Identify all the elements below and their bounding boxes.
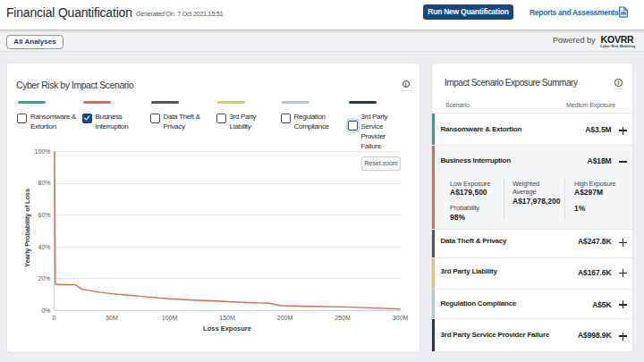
svg-text:100%: 100%	[35, 148, 51, 155]
svg-text:60%: 60%	[38, 212, 50, 218]
svg-text:200M: 200M	[277, 315, 293, 321]
svg-text:0: 0	[53, 315, 56, 321]
svg-text:150M: 150M	[219, 315, 235, 321]
svg-text:100M: 100M	[162, 315, 178, 321]
svg-text:20%: 20%	[38, 275, 50, 282]
svg-text:Loss Exposure: Loss Exposure	[203, 324, 251, 333]
svg-text:50M: 50M	[106, 315, 118, 321]
svg-text:300M: 300M	[393, 315, 409, 321]
svg-text:Yearly Probability of Loss: Yearly Probability of Loss	[23, 189, 31, 267]
svg-text:0%: 0%	[41, 307, 50, 314]
svg-text:80%: 80%	[38, 180, 50, 186]
svg-text:40%: 40%	[38, 244, 50, 250]
svg-text:250M: 250M	[335, 315, 351, 321]
